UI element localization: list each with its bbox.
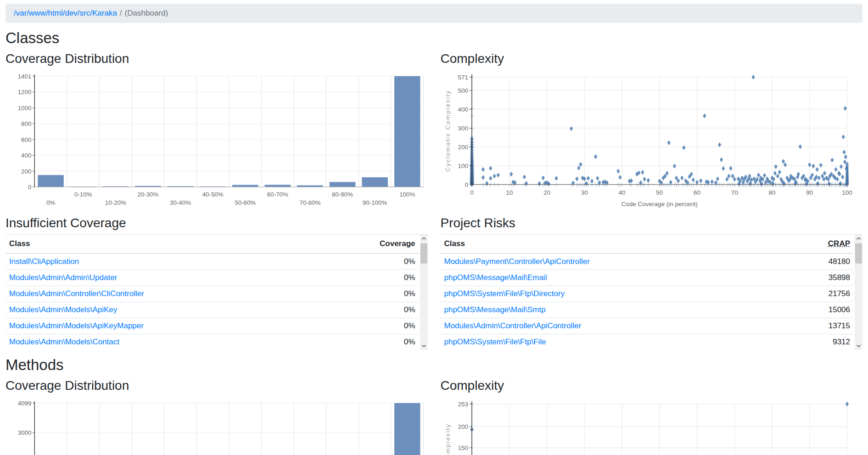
scroll-up-button[interactable] [420, 235, 428, 242]
svg-text:60: 60 [693, 189, 700, 196]
project-risks-panel: Project Risks Class CRAP Modules\Payment… [441, 213, 863, 352]
row-value: 0% [323, 334, 419, 350]
svg-text:70: 70 [731, 189, 738, 196]
class-link[interactable]: phpOMS\System\File\Ftp\File [444, 337, 546, 346]
col-header-class: Class [441, 235, 787, 253]
svg-text:10-20%: 10-20% [105, 199, 126, 206]
svg-text:30-40%: 30-40% [170, 199, 191, 206]
class-link[interactable]: Modules\Admin\Admin\Updater [9, 273, 117, 282]
rug-marks [470, 77, 847, 187]
class-link[interactable]: Modules\Admin\Controller\CliController [9, 289, 144, 298]
svg-text:0-10%: 0-10% [74, 191, 92, 198]
scrollbar-thumb[interactable] [420, 243, 427, 264]
col-header-coverage: Coverage [323, 235, 419, 253]
classes-heading: Classes [6, 29, 862, 47]
svg-text:500: 500 [458, 87, 468, 94]
table-row: Modules\Admin\Models\ApiKey 0% [6, 302, 419, 318]
classes-complexity-title: Complexity [441, 51, 863, 66]
methods-charts-row: Coverage Distribution 409930002000100000… [6, 376, 862, 455]
svg-text:400: 400 [458, 106, 468, 113]
row-value: 9312 [787, 334, 854, 350]
row-value: 0% [323, 302, 419, 318]
methods-coverage-title: Coverage Distribution [6, 378, 428, 393]
project-risks-pane: Class CRAP Modules\Payment\Controller\Ap… [441, 234, 863, 350]
methods-complexity-svg: 2532001501005000102030405060708090100Met… [441, 398, 863, 455]
svg-text:253: 253 [458, 401, 468, 408]
table-row: phpOMS\System\File\Ftp\File 9312 [441, 334, 854, 350]
class-link[interactable]: phpOMS\System\File\Ftp\Directory [444, 289, 565, 298]
svg-text:300: 300 [458, 125, 468, 132]
class-link[interactable]: Modules\Admin\Models\ApiKey [9, 305, 117, 314]
class-link[interactable]: Modules\Admin\Controller\ApiController [444, 321, 582, 330]
table-scrollbar[interactable] [855, 235, 862, 350]
svg-text:0: 0 [465, 181, 468, 188]
svg-text:200: 200 [21, 168, 31, 175]
scroll-up-button[interactable] [855, 235, 862, 242]
y-axis-label: Cyclomatic Complexity [444, 90, 451, 172]
svg-text:70-80%: 70-80% [299, 199, 320, 206]
methods-complexity-chart: 2532001501005000102030405060708090100Met… [441, 398, 863, 455]
svg-text:80: 80 [768, 189, 775, 196]
row-value: 0% [323, 318, 419, 334]
methods-complexity-title: Complexity [441, 378, 863, 393]
classes-tables-row: Insufficient Coverage Class Coverage Ins… [6, 213, 862, 352]
svg-text:3000: 3000 [18, 429, 32, 436]
class-link[interactable]: Install\CliApplication [9, 257, 79, 266]
svg-text:1401: 1401 [18, 73, 32, 80]
svg-text:50: 50 [656, 189, 663, 196]
svg-text:100: 100 [842, 189, 852, 196]
svg-text:90-100%: 90-100% [363, 199, 387, 206]
classes-complexity-svg: 5715004003002001000010203040506070809010… [441, 71, 863, 213]
project-risks-title: Project Risks [441, 216, 863, 230]
svg-text:1200: 1200 [18, 89, 32, 95]
table-row: Install\CliApplication 0% [6, 253, 419, 270]
table-row: Modules\Admin\Controller\CliController 0… [6, 286, 419, 302]
methods-heading: Methods [6, 356, 862, 374]
svg-text:0%: 0% [46, 199, 55, 206]
table-row: phpOMS\Message\Mail\Email 35898 [441, 270, 854, 286]
methods-coverage-panel: Coverage Distribution 409930002000100000… [6, 376, 428, 455]
breadcrumb-path-link[interactable]: /var/www/html/dev/src/Karaka [14, 9, 117, 17]
table-row: Modules\Admin\Admin\Updater 0% [6, 270, 419, 286]
row-value: 35898 [787, 270, 854, 286]
svg-text:800: 800 [21, 120, 31, 127]
table-row: Modules\Admin\Controller\ApiController 1… [441, 318, 854, 334]
svg-text:30: 30 [581, 189, 588, 196]
class-link[interactable]: Modules\Admin\Models\ApiKeyMapper [9, 321, 144, 330]
row-value: 48180 [787, 253, 854, 270]
class-link[interactable]: phpOMS\Message\Mail\Smtp [444, 305, 546, 314]
rug-marks [470, 404, 847, 455]
svg-text:20-30%: 20-30% [137, 191, 158, 198]
scroll-down-button[interactable] [420, 342, 428, 350]
table-scrollbar[interactable] [420, 235, 428, 350]
svg-text:600: 600 [21, 136, 31, 143]
row-value: 13715 [787, 318, 854, 334]
insufficient-coverage-pane: Class Coverage Install\CliApplication 0%… [6, 234, 428, 350]
methods-complexity-panel: Complexity 25320015010050001020304050607… [441, 376, 863, 455]
classes-complexity-panel: Complexity 57150040030020010000102030405… [441, 49, 863, 213]
scrollbar-thumb[interactable] [855, 243, 862, 264]
svg-text:0: 0 [470, 189, 473, 196]
row-value: 21756 [787, 286, 854, 302]
y-axis-label: Method Complexity [444, 423, 451, 455]
svg-text:100: 100 [458, 163, 468, 169]
svg-text:10: 10 [506, 189, 513, 196]
insufficient-coverage-panel: Insufficient Coverage Class Coverage Ins… [6, 213, 428, 352]
row-value: 0% [323, 270, 419, 286]
table-row: Modules\Admin\Models\ApiKeyMapper 0% [6, 318, 419, 334]
class-link[interactable]: Modules\Admin\Models\Contact [9, 337, 119, 346]
row-value: 0% [323, 253, 419, 270]
x-axis-label: Code Coverage (in percent) [621, 201, 697, 208]
class-link[interactable]: Modules\Payment\Controller\ApiController [444, 257, 590, 266]
svg-text:571: 571 [458, 74, 468, 81]
dashboard-page: /var/www/html/dev/src/Karaka/(Dashboard)… [0, 0, 868, 455]
col-header-class: Class [6, 235, 323, 253]
scroll-down-button[interactable] [855, 342, 862, 350]
table-row: Modules\Admin\Models\Contact 0% [6, 334, 419, 350]
methods-coverage-chart: 409930002000100000%0-10%10-20%20-30%30-4… [6, 398, 428, 455]
svg-text:200: 200 [458, 423, 468, 430]
svg-text:80-90%: 80-90% [332, 191, 353, 198]
col-header-crap: CRAP [787, 235, 854, 253]
class-link[interactable]: phpOMS\Message\Mail\Email [444, 273, 547, 282]
svg-text:100%: 100% [399, 191, 415, 198]
